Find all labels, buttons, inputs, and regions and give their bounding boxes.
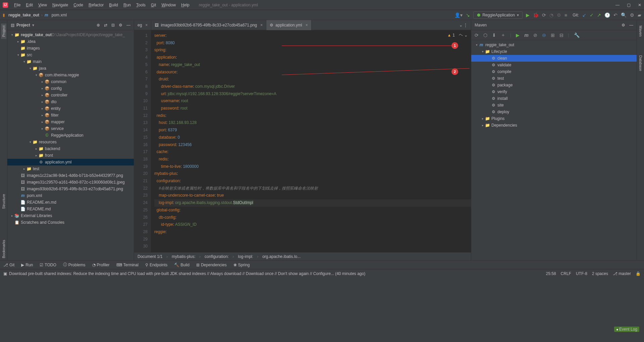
tree-node[interactable]: 🖼images1c22ac98-9de1-4d6b-b71b-b52e44329…: [7, 172, 134, 179]
expand-all-icon[interactable]: ⇄: [104, 23, 107, 27]
tool-git[interactable]: ⎇Git: [3, 263, 14, 267]
tree-node[interactable]: 🖼images93bb92b6-8795-49fb-8c33-e27cdb45a…: [7, 186, 134, 192]
git-branch[interactable]: ⎇ master: [613, 271, 631, 276]
panel-settings-icon[interactable]: ⚙: [119, 23, 122, 27]
breadcrumb[interactable]: ▮ reggie_take_out › m pom.xml: [3, 13, 67, 17]
code-editor[interactable]: 1234567891011121314151617181920212223242…: [134, 30, 471, 252]
attach-icon[interactable]: ⚙: [557, 12, 561, 18]
tab-maven[interactable]: Maven: [638, 23, 643, 39]
tree-node[interactable]: 📦dto: [7, 98, 134, 105]
debug-icon[interactable]: 🐞: [533, 12, 539, 18]
tree-node[interactable]: 📁backend: [7, 145, 134, 152]
reload-icon[interactable]: ⟳: [475, 32, 479, 38]
download-sources-icon[interactable]: ⬇: [492, 32, 496, 38]
line-separator[interactable]: CRLF: [561, 271, 571, 276]
maven-node[interactable]: ⚙verify: [471, 88, 637, 95]
skip-tests-icon[interactable]: ⊝: [542, 32, 546, 38]
git-update-icon[interactable]: ↙: [582, 12, 586, 18]
status-message[interactable]: Download pre-built shared indexes: Reduc…: [9, 271, 365, 276]
menu-build[interactable]: Build: [106, 3, 121, 7]
breadcrumb-project[interactable]: reggie_take_out: [8, 13, 39, 17]
run-maven-icon[interactable]: ▶: [516, 32, 520, 38]
tab-more-icon[interactable]: ⋮: [464, 23, 468, 27]
run-icon[interactable]: ▶: [526, 12, 530, 18]
menu-window[interactable]: Window: [159, 3, 178, 7]
tree-node[interactable]: 📁java: [7, 65, 134, 72]
menu-run[interactable]: Run: [121, 3, 133, 7]
maven-node[interactable]: 📁Lifecycle: [471, 48, 637, 55]
generate-sources-icon[interactable]: ⬡: [483, 32, 487, 38]
lock-icon[interactable]: 🔒: [636, 271, 641, 276]
tree-node[interactable]: 📁resources: [7, 139, 134, 145]
tree-node[interactable]: 📦service: [7, 125, 134, 132]
status-icon[interactable]: ▣: [3, 271, 7, 276]
editor-tab[interactable]: 🖼images93bb92b6-8795-49fb-8c33-e27cdb45a…: [151, 20, 266, 30]
editor-tab[interactable]: ⚙application.yml×: [266, 20, 311, 30]
file-encoding[interactable]: UTF-8: [576, 271, 587, 276]
close-tab-icon[interactable]: ×: [260, 23, 263, 27]
search-icon[interactable]: 🔍: [621, 12, 627, 18]
tree-node[interactable]: 📄README.md: [7, 206, 134, 212]
user-icon[interactable]: 👤▾: [454, 12, 463, 18]
tree-node[interactable]: 📁main: [7, 58, 134, 65]
maven-node[interactable]: ⚙package: [471, 82, 637, 88]
tool-profiler[interactable]: ◔Profiler: [92, 263, 110, 267]
tab-dropdown-icon[interactable]: ⌄: [459, 23, 463, 27]
tab-database[interactable]: Database: [638, 53, 643, 73]
code-body[interactable]: server: port: 8080spring: application: n…: [151, 30, 471, 252]
hide-panel-icon[interactable]: —: [126, 23, 130, 27]
tree-node[interactable]: 🖼images31c29570-a161-46b0-872c-c190060d0…: [7, 179, 134, 186]
menu-help[interactable]: Help: [178, 3, 192, 7]
show-deps-icon[interactable]: ⊞: [551, 32, 555, 38]
menu-code[interactable]: Code: [71, 3, 86, 7]
profile-icon[interactable]: ◔: [549, 12, 553, 18]
menu-file[interactable]: File: [11, 3, 23, 7]
menu-git[interactable]: Git: [148, 3, 159, 7]
tree-node[interactable]: 📁reggie_take_out D:\JavaProject\IDEAproj…: [7, 31, 134, 38]
inspection-widget[interactable]: ▲ 1 ヘ⌄: [447, 32, 468, 38]
event-log-button[interactable]: ● Event Log: [614, 327, 639, 332]
add-project-icon[interactable]: ＋: [501, 32, 505, 38]
git-rollback-icon[interactable]: ↶: [613, 12, 618, 18]
tool-spring[interactable]: ❀Spring: [233, 263, 250, 267]
tree-node[interactable]: 📦config: [7, 85, 134, 92]
collapse-maven-icon[interactable]: ⊟: [559, 32, 564, 38]
tool-todo[interactable]: ☑TODO: [40, 263, 56, 267]
tree-node[interactable]: 📦common: [7, 78, 134, 85]
execute-goal-icon[interactable]: m: [524, 32, 528, 38]
git-commit-icon[interactable]: ✓: [590, 12, 594, 18]
minimize-icon[interactable]: —: [615, 3, 620, 7]
editor-tab[interactable]: eg×: [134, 20, 151, 30]
tree-node[interactable]: 📋Scratches and Consoles: [7, 219, 134, 226]
tree-node[interactable]: mpom.xml: [7, 192, 134, 199]
run-config-selector[interactable]: ⬢ ReggieApplication ▾: [473, 11, 523, 19]
tree-node[interactable]: 📚External Libraries: [7, 212, 134, 219]
tab-structure[interactable]: Structure: [1, 192, 6, 211]
maven-node[interactable]: ⚙site: [471, 102, 637, 109]
menu-navigate[interactable]: Navigate: [50, 3, 71, 7]
hide-maven-icon[interactable]: —: [629, 23, 633, 27]
tree-node[interactable]: 📁images: [7, 45, 134, 52]
maximize-icon[interactable]: ▢: [627, 3, 631, 7]
indent-setting[interactable]: 2 spaces: [592, 271, 608, 276]
tree-node[interactable]: 📦entity: [7, 105, 134, 112]
stop-icon[interactable]: ■: [565, 12, 567, 18]
maven-node[interactable]: ⚙install: [471, 95, 637, 102]
maven-node[interactable]: 📁Plugins: [471, 115, 637, 122]
close-tab-icon[interactable]: ×: [306, 23, 308, 27]
tree-node[interactable]: ⚙application.yml: [7, 159, 134, 165]
tool-terminal[interactable]: ⌨Terminal: [116, 263, 139, 267]
maven-tree[interactable]: mreggie_take_out📁Lifecycle⚙clean⚙validat…: [471, 40, 637, 260]
project-panel-title[interactable]: Project: [16, 23, 30, 27]
tree-node[interactable]: 📦mapper: [7, 119, 134, 125]
editor-breadcrumbs[interactable]: Document 1/1mybatis-plus:configuration:l…: [134, 252, 471, 260]
maven-node[interactable]: 📁Dependencies: [471, 122, 637, 129]
tool-dependencies[interactable]: ⊞Dependencies: [196, 263, 227, 267]
tree-node[interactable]: 📁.idea: [7, 38, 134, 45]
maven-node[interactable]: ⚙clean: [471, 55, 637, 62]
tree-node[interactable]: ©ReggieApplication: [7, 132, 134, 139]
tree-node[interactable]: 📁front: [7, 152, 134, 159]
hammer-icon[interactable]: ↘: [466, 12, 470, 18]
maven-node[interactable]: ⚙compile: [471, 68, 637, 75]
maven-node[interactable]: ⚙test: [471, 75, 637, 82]
